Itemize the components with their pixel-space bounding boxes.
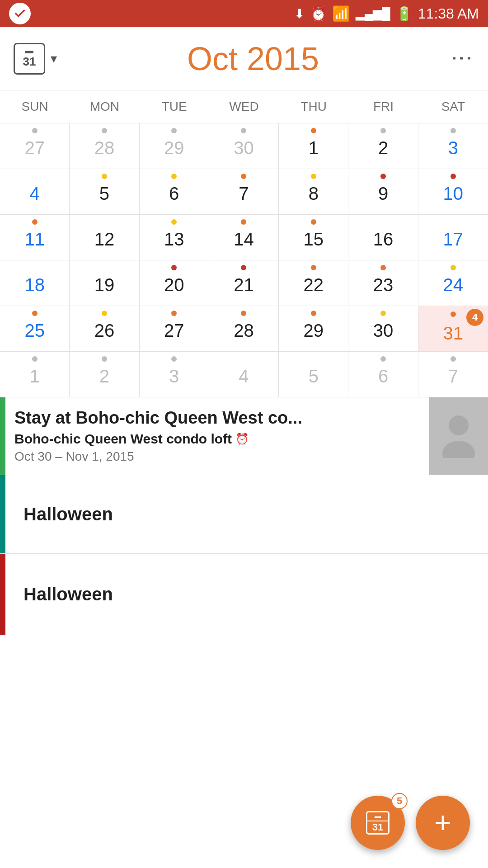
event-title-1: Halloween: [14, 486, 479, 542]
month-year-title[interactable]: Oct 2015: [57, 40, 449, 77]
fab-calendar-wrapper: ▬ 31 5: [351, 796, 405, 850]
fab-calendar-badge: 5: [391, 793, 408, 809]
event-item-2[interactable]: Halloween: [0, 554, 488, 635]
cal-day-nov6[interactable]: 6: [348, 352, 418, 397]
weekday-sat: SAT: [418, 95, 488, 118]
cal-day-nov2[interactable]: 2: [70, 352, 139, 397]
status-bar: ⬇ ⏰ 📶 ▂▄▆█ 🔋 11:38 AM: [0, 0, 488, 27]
cal-day-oct13[interactable]: 13: [140, 215, 209, 260]
cal-day-oct25[interactable]: 25: [0, 306, 70, 351]
weekday-thu: THU: [279, 95, 348, 118]
cal-day-oct19[interactable]: 19: [70, 260, 139, 306]
event-list: Stay at Boho-chic Queen West co... Boho-…: [0, 397, 488, 635]
cal-day-oct31[interactable]: 4 31: [418, 306, 488, 351]
cal-day-sep30[interactable]: 30: [209, 123, 279, 169]
cal-day-oct22[interactable]: 22: [279, 260, 348, 306]
cal-day-oct1[interactable]: 1: [279, 123, 348, 169]
weekday-fri: FRI: [348, 95, 418, 118]
cal-day-nov3[interactable]: 3: [140, 352, 209, 397]
cal-day-oct24[interactable]: 24: [418, 260, 488, 306]
cal-day-sep28[interactable]: 28: [70, 123, 139, 169]
cal-day-oct9[interactable]: 9: [348, 169, 418, 214]
signal-icon: ▂▄▆█: [356, 7, 390, 21]
more-dots: ⋮: [450, 47, 474, 70]
svg-point-1: [442, 441, 475, 458]
cal-day-oct18[interactable]: 18: [0, 260, 70, 306]
calendar-week-4: 18 19 20 21 22 23 24: [0, 260, 488, 306]
event-content-0: Stay at Boho-chic Queen West co... Boho-…: [5, 397, 429, 475]
weekday-tue: TUE: [140, 95, 209, 118]
weekday-sun: SUN: [0, 95, 70, 118]
cal-day-sep29[interactable]: 29: [140, 123, 209, 169]
fab-plus-icon: +: [434, 808, 451, 837]
cal-day-oct4[interactable]: 4: [0, 169, 70, 214]
cal-day-oct5[interactable]: 5: [70, 169, 139, 214]
status-bar-right: ⬇ ⏰ 📶 ▂▄▆█ 🔋 11:38 AM: [294, 5, 479, 22]
cal-day-oct21[interactable]: 21: [209, 260, 279, 306]
weekday-mon: MON: [70, 95, 139, 118]
cal-day-oct11[interactable]: 11: [0, 215, 70, 260]
cal-day-oct23[interactable]: 23: [348, 260, 418, 306]
calendar-week-1: 27 28 29 30 1 2 3: [0, 123, 488, 169]
calendar-week-3: 11 12 13 14 15 16 17: [0, 215, 488, 260]
header-left[interactable]: ▬ 31 ▾: [14, 43, 57, 75]
event-date-0: Oct 30 – Nov 1, 2015: [14, 449, 420, 464]
calendar-nav-icon[interactable]: ▬ 31: [14, 43, 45, 75]
svg-point-0: [449, 415, 469, 435]
event-title-0: Stay at Boho-chic Queen West co...: [14, 408, 420, 428]
cal-day-oct10[interactable]: 10: [418, 169, 488, 214]
event-subtitle-text: Boho-chic Queen West condo loft: [14, 431, 232, 447]
event-subtitle-0: Boho-chic Queen West condo loft ⏰: [14, 431, 420, 447]
cal-day-nov4[interactable]: 4: [209, 352, 279, 397]
person-avatar: [441, 413, 477, 460]
cal-day-nov1[interactable]: 1: [0, 352, 70, 397]
app-header: ▬ 31 ▾ Oct 2015 ⋮: [0, 27, 488, 90]
event-alarm-icon: ⏰: [235, 433, 249, 445]
wifi-icon: 📶: [332, 5, 350, 22]
status-time: 11:38 AM: [418, 5, 479, 22]
cal-day-oct30[interactable]: 30: [348, 306, 418, 351]
cal-day-oct26[interactable]: 26: [70, 306, 139, 351]
cal-day-oct2[interactable]: 2: [348, 123, 418, 169]
calendar-week-5: 25 26 27 28 29 30 4 31: [0, 306, 488, 352]
weekday-header-row: SUN MON TUE WED THU FRI SAT: [0, 90, 488, 123]
event-item-0[interactable]: Stay at Boho-chic Queen West co... Boho-…: [0, 397, 488, 475]
fab-add-button[interactable]: +: [416, 796, 470, 850]
cal-day-nov5[interactable]: 5: [279, 352, 348, 397]
cal-day-oct20[interactable]: 20: [140, 260, 209, 306]
battery-icon: 🔋: [396, 6, 413, 22]
event-title-2: Halloween: [14, 566, 479, 623]
event-content-2: Halloween: [5, 554, 488, 635]
cal-day-oct6[interactable]: 6: [140, 169, 209, 214]
cal-day-oct15[interactable]: 15: [279, 215, 348, 260]
weekday-wed: WED: [209, 95, 279, 118]
cal-day-oct16[interactable]: 16: [348, 215, 418, 260]
event-content-1: Halloween: [5, 475, 488, 553]
cal-day-oct28[interactable]: 28: [209, 306, 279, 351]
status-bar-left: [9, 3, 31, 24]
cal-day-oct3[interactable]: 3: [418, 123, 488, 169]
cal-day-nov7[interactable]: 7: [418, 352, 488, 397]
fab-container: ▬ 31 5 +: [351, 796, 470, 850]
calendar-day-num: 31: [23, 55, 36, 69]
cal-day-oct27[interactable]: 27: [140, 306, 209, 351]
more-menu-button[interactable]: ⋮: [449, 47, 474, 70]
cal-day-oct29[interactable]: 29: [279, 306, 348, 351]
event-color-indicator: [0, 397, 5, 475]
bluetooth-icon: ⬇: [294, 6, 305, 21]
event-color-indicator-2: [0, 554, 5, 635]
dropdown-arrow-icon[interactable]: ▾: [51, 51, 57, 66]
today-badge: 4: [466, 309, 483, 326]
calendar-icon-label: ▬: [15, 46, 44, 56]
cal-day-oct7[interactable]: 7: [209, 169, 279, 214]
cal-day-oct17[interactable]: 17: [418, 215, 488, 260]
calendar-week-2: 4 5 6 7 8 9 10: [0, 169, 488, 215]
cal-day-oct8[interactable]: 8: [279, 169, 348, 214]
cal-day-oct14[interactable]: 14: [209, 215, 279, 260]
event-color-indicator-1: [0, 475, 5, 553]
cal-day-sep27[interactable]: 27: [0, 123, 70, 169]
event-item-1[interactable]: Halloween: [0, 475, 488, 554]
calendar-week-6: 1 2 3 4 5 6 7: [0, 352, 488, 397]
cal-day-oct12[interactable]: 12: [70, 215, 139, 260]
calendar-section: SUN MON TUE WED THU FRI SAT 27 28 29 30 …: [0, 90, 488, 397]
